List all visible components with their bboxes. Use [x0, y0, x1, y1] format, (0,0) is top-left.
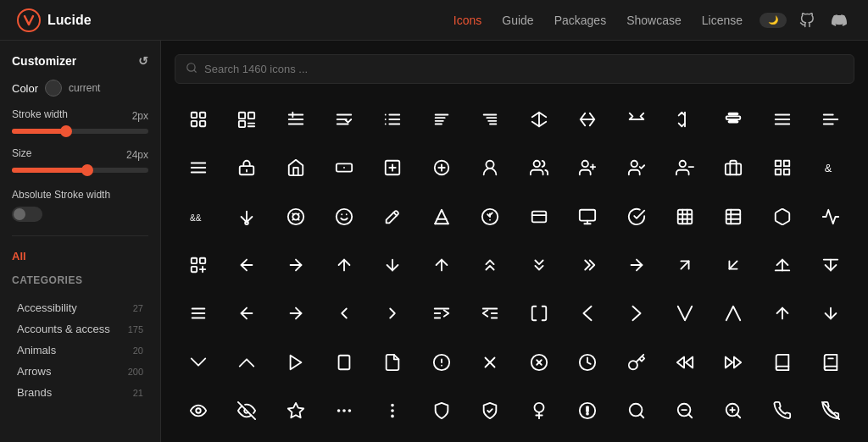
icon-cell-44[interactable]: [272, 241, 319, 288]
icon-cell-59[interactable]: [320, 290, 367, 337]
icon-cell-77[interactable]: [515, 339, 562, 385]
cat-item-accessibility[interactable]: Accessibility 27: [12, 298, 148, 318]
icon-cell-96[interactable]: [759, 388, 805, 428]
nav-packages[interactable]: Packages: [554, 14, 606, 27]
icon-cell-56[interactable]: [175, 290, 221, 337]
icon-cell-8[interactable]: [564, 96, 610, 142]
icon-cell-4[interactable]: [370, 96, 416, 142]
icon-cell-68[interactable]: [759, 290, 805, 337]
icon-cell-2[interactable]: [272, 96, 319, 142]
icon-cell-61[interactable]: [418, 290, 465, 337]
icon-cell-33[interactable]: [418, 193, 465, 240]
icon-cell-5[interactable]: [418, 96, 465, 142]
icon-cell-70[interactable]: [175, 339, 221, 385]
icon-cell-36[interactable]: [564, 193, 610, 240]
icon-cell-74[interactable]: [370, 339, 416, 385]
icon-cell-48[interactable]: [467, 241, 514, 288]
icon-cell-23[interactable]: [613, 144, 659, 191]
icon-cell-75[interactable]: [418, 339, 465, 385]
icon-cell-1[interactable]: [223, 96, 270, 142]
icon-cell-13[interactable]: [808, 96, 854, 142]
cat-item-arrows[interactable]: Arrows 200: [12, 362, 148, 381]
icon-cell-53[interactable]: [710, 241, 757, 288]
icon-cell-38[interactable]: [661, 193, 708, 240]
icon-cell-94[interactable]: [661, 388, 708, 428]
icon-cell-51[interactable]: [613, 241, 659, 288]
cat-item-brands[interactable]: Brands 21: [12, 383, 148, 402]
icon-cell-0[interactable]: [175, 96, 221, 142]
nav-icons[interactable]: Icons: [453, 14, 481, 27]
icon-cell-66[interactable]: [661, 290, 708, 337]
icon-cell-24[interactable]: [661, 144, 708, 191]
discord-icon[interactable]: [827, 8, 851, 32]
nav-showcase[interactable]: Showcase: [626, 14, 682, 27]
icon-cell-65[interactable]: [613, 290, 659, 337]
icon-cell-92[interactable]: [564, 388, 610, 428]
icon-cell-17[interactable]: [320, 144, 367, 191]
icon-cell-6[interactable]: [467, 96, 514, 142]
icon-cell-50[interactable]: [564, 241, 610, 288]
icon-cell-93[interactable]: [613, 388, 659, 428]
icon-cell-82[interactable]: [759, 339, 805, 385]
icon-cell-39[interactable]: [710, 193, 757, 240]
icon-cell-45[interactable]: [320, 241, 367, 288]
icon-cell-62[interactable]: [467, 290, 514, 337]
icon-cell-41[interactable]: [808, 193, 854, 240]
size-slider[interactable]: [12, 168, 148, 173]
icon-cell-69[interactable]: [808, 290, 854, 337]
nav-license[interactable]: License: [702, 14, 743, 27]
stroke-slider[interactable]: [12, 129, 148, 134]
icon-cell-47[interactable]: [418, 241, 465, 288]
icon-cell-14[interactable]: [175, 144, 221, 191]
icon-cell-19[interactable]: [418, 144, 465, 191]
icon-cell-35[interactable]: [515, 193, 562, 240]
icon-cell-83[interactable]: [808, 339, 854, 385]
icon-cell-25[interactable]: [710, 144, 757, 191]
icon-cell-18[interactable]: [370, 144, 416, 191]
icon-cell-87[interactable]: [320, 388, 367, 428]
icon-cell-81[interactable]: [710, 339, 757, 385]
icon-cell-3[interactable]: [320, 96, 367, 142]
refresh-icon[interactable]: ↺: [138, 54, 148, 68]
icon-cell-64[interactable]: [564, 290, 610, 337]
icon-cell-26[interactable]: [759, 144, 805, 191]
icon-cell-89[interactable]: [418, 388, 465, 428]
icon-cell-37[interactable]: [613, 193, 659, 240]
icon-cell-95[interactable]: [710, 388, 757, 428]
icon-cell-21[interactable]: [515, 144, 562, 191]
icon-cell-43[interactable]: [223, 241, 270, 288]
color-swatch[interactable]: [45, 80, 62, 97]
icon-cell-52[interactable]: [661, 241, 708, 288]
icon-cell-12[interactable]: [759, 96, 805, 142]
icon-cell-55[interactable]: [808, 241, 854, 288]
theme-toggle[interactable]: 🌙: [760, 13, 787, 28]
icon-cell-20[interactable]: [467, 144, 514, 191]
abs-stroke-toggle[interactable]: [12, 207, 42, 222]
icon-cell-32[interactable]: [370, 193, 416, 240]
icon-cell-9[interactable]: [613, 96, 659, 142]
github-icon[interactable]: [795, 8, 819, 32]
nav-guide[interactable]: Guide: [502, 14, 533, 27]
icon-cell-28[interactable]: &&: [175, 193, 221, 240]
icon-cell-34[interactable]: [467, 193, 514, 240]
icon-cell-58[interactable]: [272, 290, 319, 337]
icon-cell-60[interactable]: [370, 290, 416, 337]
icon-cell-49[interactable]: [515, 241, 562, 288]
all-section[interactable]: All: [12, 250, 148, 262]
icon-cell-97[interactable]: [808, 388, 854, 428]
cat-item-accounts[interactable]: Accounts & access 175: [12, 319, 148, 339]
icon-cell-88[interactable]: [370, 388, 416, 428]
icon-cell-10[interactable]: [661, 96, 708, 142]
icon-cell-29[interactable]: [223, 193, 270, 240]
icon-cell-31[interactable]: [320, 193, 367, 240]
icon-cell-16[interactable]: [272, 144, 319, 191]
icon-cell-72[interactable]: [272, 339, 319, 385]
icon-cell-11[interactable]: [710, 96, 757, 142]
icon-cell-80[interactable]: [661, 339, 708, 385]
icon-cell-85[interactable]: [223, 388, 270, 428]
icon-cell-63[interactable]: [515, 290, 562, 337]
icon-cell-67[interactable]: [710, 290, 757, 337]
icon-cell-84[interactable]: [175, 388, 221, 428]
icon-cell-15[interactable]: [223, 144, 270, 191]
cat-item-animals[interactable]: Animals 20: [12, 340, 148, 360]
